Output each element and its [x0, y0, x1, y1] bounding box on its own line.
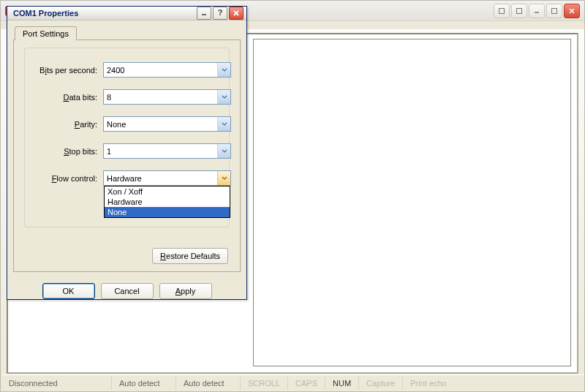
aux-button-1[interactable] — [494, 4, 510, 18]
close-button[interactable] — [564, 4, 580, 18]
status-scroll: SCROLL — [240, 377, 287, 390]
ok-button[interactable]: OK — [42, 283, 95, 299]
label-stop-bits: Stop bits: — [23, 147, 103, 156]
status-detect-1: Auto detect — [111, 377, 176, 390]
status-printecho: Print echo — [402, 377, 454, 390]
terminal-area[interactable] — [253, 39, 571, 366]
row-stop-bits: Stop bits: 1 — [23, 143, 231, 159]
status-caps: CAPS — [287, 377, 325, 390]
svg-text:?: ? — [218, 10, 223, 17]
restore-defaults-button[interactable]: Restore Defaults — [152, 248, 228, 264]
flow-control-option[interactable]: None — [105, 207, 230, 217]
chevron-down-icon[interactable] — [217, 144, 230, 158]
apply-button[interactable]: Apply — [159, 283, 212, 299]
chevron-down-icon[interactable] — [217, 117, 230, 131]
status-connection: Disconnected — [1, 377, 111, 390]
cancel-button[interactable]: Cancel — [101, 283, 154, 299]
row-data-bits: Data bits: 8 — [23, 89, 231, 105]
status-capture: Capture — [358, 377, 402, 390]
chevron-down-icon[interactable] — [217, 63, 230, 77]
combo-data-bits[interactable]: 8 — [103, 89, 231, 105]
dialog-titlebar[interactable]: COM1 Properties ? — [7, 7, 246, 20]
svg-rect-0 — [499, 8, 505, 13]
dialog-title: COM1 Properties — [13, 9, 195, 18]
status-bar: Disconnected Auto detect Auto detect SCR… — [1, 374, 584, 391]
combo-flow-control[interactable]: Hardware Xon / XoffHardwareNone — [103, 170, 231, 186]
combo-stop-bits[interactable]: 1 — [103, 143, 231, 159]
label-data-bits: Data bits: — [23, 93, 103, 102]
dialog-minimize-button[interactable] — [197, 7, 211, 20]
dialog-close-button[interactable] — [229, 7, 244, 20]
com1-properties-dialog: COM1 Properties ? Port Settings Bits per… — [7, 6, 247, 300]
status-num: NUM — [325, 377, 358, 390]
svg-rect-3 — [552, 8, 557, 13]
dialog-help-button[interactable]: ? — [213, 7, 227, 20]
aux-button-2[interactable] — [511, 4, 527, 18]
tab-panel: Bits per second: 2400 Data bits: 8 — [13, 39, 241, 272]
chevron-down-icon[interactable] — [217, 171, 230, 185]
row-bits-per-second: Bits per second: 2400 — [23, 62, 231, 78]
flow-control-dropdown[interactable]: Xon / XoffHardwareNone — [104, 186, 230, 218]
chevron-down-icon[interactable] — [217, 90, 230, 104]
combo-bits-per-second[interactable]: 2400 — [103, 62, 231, 78]
label-flow-control: Flow control: — [23, 174, 103, 183]
flow-control-option[interactable]: Hardware — [105, 197, 230, 207]
dialog-button-row: OK Cancel Apply — [7, 278, 246, 306]
status-detect-2: Auto detect — [176, 377, 240, 390]
minimize-button[interactable] — [529, 4, 545, 18]
svg-rect-1 — [517, 8, 522, 13]
combo-parity[interactable]: None — [103, 116, 231, 132]
tab-port-settings[interactable]: Port Settings — [15, 26, 77, 40]
flow-control-option[interactable]: Xon / Xoff — [105, 186, 230, 197]
label-bits-per-second: Bits per second: — [23, 66, 103, 75]
label-parity: Parity: — [23, 120, 103, 129]
row-flow-control: Flow control: Hardware Xon / XoffHardwar… — [23, 170, 231, 186]
maximize-button[interactable] — [546, 4, 562, 18]
row-parity: Parity: None — [23, 116, 231, 132]
